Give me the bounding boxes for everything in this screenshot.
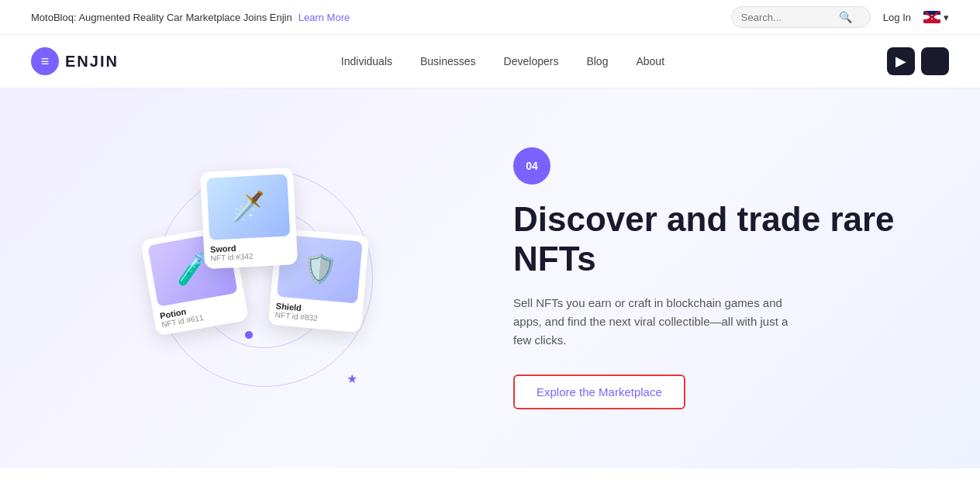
hero-description: Sell NFTs you earn or craft in blockchai…: [513, 294, 808, 350]
announcement-left: MotoBloq: Augmented Reality Car Marketpl…: [31, 12, 350, 23]
search-icon: 🔍: [839, 11, 852, 23]
learn-more-link[interactable]: Learn More: [298, 12, 350, 23]
sword-card-image: 🗡️: [206, 174, 290, 240]
flag-icon: [923, 11, 940, 23]
nav-about[interactable]: About: [636, 55, 664, 67]
announcement-text: MotoBloq: Augmented Reality Car Marketpl…: [31, 12, 292, 23]
nav-links: Individuals Businesses Developers Blog A…: [341, 55, 664, 67]
nft-card-sword: 🗡️ Sword NFT id #342: [200, 167, 298, 269]
nav-businesses[interactable]: Businesses: [420, 55, 476, 67]
nav-blog[interactable]: Blog: [586, 55, 608, 67]
hero-title-line2: NFTs: [513, 240, 596, 278]
star-decoration: ★: [347, 371, 357, 386]
search-box[interactable]: 🔍: [731, 6, 871, 28]
explore-marketplace-button[interactable]: Explore the Marketplace: [513, 374, 685, 409]
hero-section: ★ 🗡️ Sword NFT id #342 🧪 Potion NFT id #…: [0, 88, 980, 468]
nav-developers[interactable]: Developers: [504, 55, 559, 67]
chevron-down-icon: ▾: [944, 12, 949, 23]
hero-illustration: ★ 🗡️ Sword NFT id #342 🧪 Potion NFT id #…: [62, 147, 467, 410]
announcement-bar: MotoBloq: Augmented Reality Car Marketpl…: [0, 0, 980, 35]
logo-text: ENJIN: [65, 53, 119, 71]
nav-individuals[interactable]: Individuals: [341, 55, 392, 67]
orbit-dot-bottom: [245, 331, 253, 339]
hero-title-line1: Discover and trade rare: [513, 200, 895, 238]
google-play-button[interactable]: ▶: [887, 47, 915, 75]
main-navigation: ≡ ENJIN Individuals Businesses Developer…: [0, 35, 980, 88]
nft-cards-container: ★ 🗡️ Sword NFT id #342 🧪 Potion NFT id #…: [125, 147, 404, 410]
hero-title: Discover and trade rare NFTs: [513, 200, 918, 278]
announcement-right: 🔍 Log In ▾: [731, 6, 949, 28]
step-badge: 04: [513, 147, 550, 185]
hero-content: 04 Discover and trade rare NFTs Sell NFT…: [467, 147, 918, 409]
logo-icon: ≡: [31, 47, 59, 75]
login-button[interactable]: Log In: [883, 12, 911, 23]
search-input[interactable]: [741, 12, 834, 23]
logo[interactable]: ≡ ENJIN: [31, 47, 119, 75]
nav-actions: ▶: [887, 47, 949, 75]
apple-store-button[interactable]: [921, 47, 949, 75]
language-selector[interactable]: ▾: [923, 11, 949, 23]
